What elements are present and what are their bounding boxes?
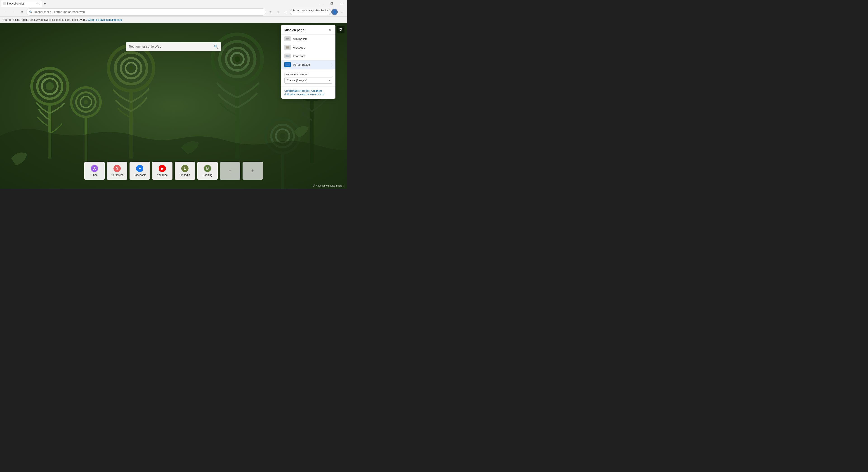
svg-rect-38 [286,47,289,48]
svg-rect-35 [286,39,288,39]
mep-divider [281,70,336,70]
new-tab-button[interactable]: + [41,0,48,7]
svg-point-26 [84,100,88,104]
booking-label: Booking [203,173,212,177]
linkedin-label: Linkedin [180,173,190,177]
svg-rect-33 [285,37,289,40]
settings-gear-button[interactable] [337,26,344,33]
svg-rect-40 [286,55,287,56]
minimize-button[interactable]: — [316,0,327,7]
gear-icon [339,27,343,31]
svg-point-13 [220,41,255,77]
mep-option-artistique[interactable]: Artistique [281,43,336,52]
svg-point-24 [76,92,96,112]
add-quicklink-button-1[interactable]: + [220,162,240,180]
main-content: 🔍 A Fnac S AliExpress F Facebook ▶ YouTu… [0,23,347,189]
mep-close-button[interactable]: ✕ [327,28,332,33]
aliexpress-icon: S [114,165,121,172]
navbar-actions: ☆ ☆ ⊞ Pas en cours de synchronisation 👤 … [267,8,345,15]
link-icon [312,184,315,187]
linkedin-icon: L [181,165,188,172]
profile-avatar[interactable]: 👤 [331,9,338,15]
svg-rect-34 [286,38,289,39]
add-quicklink-button-2[interactable]: + [243,162,263,180]
langue-select[interactable]: France (français) Belgium (français) Swi… [284,77,332,83]
favorites-star-button[interactable]: ☆ [267,8,274,15]
search-input[interactable] [129,45,212,48]
privacy-link[interactable]: Confidentialité et cookies [284,90,309,92]
svg-rect-45 [286,63,289,65]
search-icon: 🔍 [214,44,218,49]
minimaliste-label: Minimaliste [293,37,332,41]
favbar-text: Pour un accès rapide, placez vos favoris… [3,18,87,22]
more-options-button[interactable]: ··· [338,8,345,15]
address-bar[interactable]: 🔍 [26,8,266,15]
minimaliste-icon [284,36,291,41]
mise-en-page-panel: Mise en page ✕ Minimaliste [281,25,336,99]
search-container: 🔍 [126,42,221,51]
svg-point-2 [37,74,62,99]
address-input[interactable] [34,10,263,13]
tab-title: Nouvel onglet [7,2,35,5]
facebook-label: Facebook [134,173,146,177]
window-controls: — ❐ ✕ [316,0,347,7]
forward-button[interactable]: → [10,8,17,15]
reading-list-button[interactable]: ☆ [275,8,282,15]
svg-point-30 [276,129,289,143]
quick-link-youtube[interactable]: ▶ YouTube [152,162,173,180]
back-button[interactable]: ← [2,8,9,15]
svg-rect-43 [286,56,289,57]
address-search-icon: 🔍 [29,10,33,13]
svg-rect-42 [288,56,289,56]
sync-button[interactable]: Pas en cours de synchronisation [290,9,331,15]
personnalise-label: Personnalisé [293,63,329,66]
svg-point-25 [80,96,92,108]
informatif-icon [284,54,291,59]
about-ads-link[interactable]: À propos de nos annonces [298,93,324,96]
booking-icon: B [204,165,211,172]
svg-point-7 [115,53,147,84]
mep-footer: Confidentialité et cookies · Conditions … [281,88,336,99]
svg-point-1 [32,68,68,104]
quick-links-section: A Fnac S AliExpress F Facebook ▶ YouTube… [84,162,263,180]
svg-point-23 [71,88,101,117]
svg-point-12 [213,34,262,84]
mep-option-minimaliste[interactable]: Minimaliste [281,35,336,43]
mep-header: Mise en page ✕ [281,25,336,35]
mep-option-informatif[interactable]: Informatif [281,52,336,60]
close-button[interactable]: ✕ [337,0,347,7]
quick-link-booking[interactable]: B Booking [197,162,218,180]
svg-point-4 [46,82,54,90]
svg-point-15 [231,53,244,66]
image-credit-text: Vous aimez cette image ? [316,184,344,187]
quick-link-linkedin[interactable]: L Linkedin [175,162,195,180]
aliexpress-label: AliExpress [111,173,124,177]
title-bar: Nouvel onglet ✕ + — ❐ ✕ [0,0,347,7]
quick-link-facebook[interactable]: F Facebook [129,162,150,180]
collections-button[interactable]: ⊞ [282,8,289,15]
favorites-bar: Pour un accès rapide, placez vos favoris… [0,17,347,23]
personnalise-icon [284,62,291,67]
manage-favorites-link[interactable]: Gérer les favoris maintenant [88,18,122,22]
mep-langue-section: Langue et contenu : France (français) Be… [281,71,336,86]
svg-point-16 [235,57,240,62]
refresh-button[interactable]: ↻ [18,8,25,15]
navigation-bar: ← → ↻ 🔍 ☆ ☆ ⊞ Pas en cours de synchronis… [0,7,347,17]
facebook-icon: F [136,165,143,172]
tab-area: Nouvel onglet ✕ + [0,0,48,7]
quick-link-aliexpress[interactable]: S AliExpress [107,162,127,180]
tab-close-button[interactable]: ✕ [36,2,40,5]
image-credit[interactable]: Vous aimez cette image ? [312,184,344,187]
restore-button[interactable]: ❐ [327,0,337,7]
svg-point-8 [121,58,141,78]
mep-option-personnalise[interactable]: Personnalisé › [281,60,336,69]
fnac-icon: A [91,165,98,172]
svg-point-28 [266,119,300,153]
tab-favicon [3,2,6,5]
search-box[interactable]: 🔍 [126,42,221,51]
personnalise-chevron: › [331,63,332,66]
svg-rect-41 [288,55,289,55]
active-tab[interactable]: Nouvel onglet ✕ [1,0,41,7]
svg-rect-46 [286,65,288,65]
quick-link-fnac[interactable]: A Fnac [84,162,105,180]
